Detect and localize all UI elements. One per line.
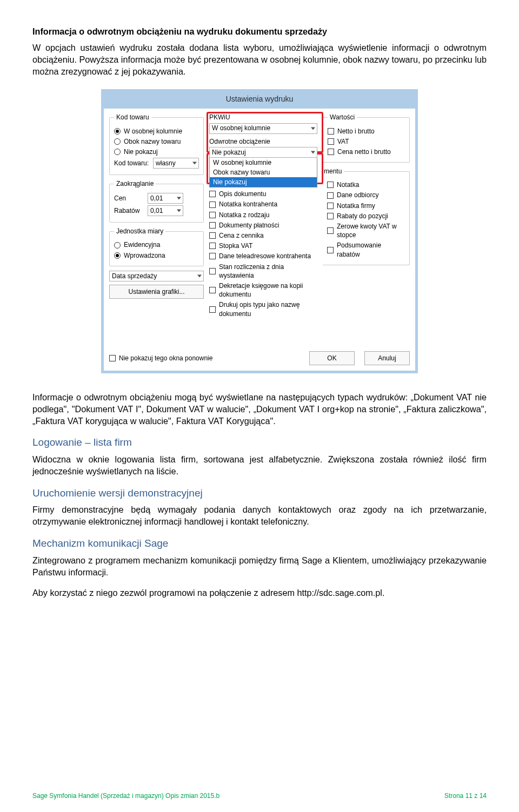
label: Cen (114, 194, 143, 203)
checkbox-option[interactable]: Stopka VAT (209, 241, 317, 250)
checkbox-option[interactable]: Dekretacje księgowe na kopii dokumentu (209, 281, 317, 299)
chevron-down-icon (177, 210, 181, 212)
footer-left: Sage Symfonia Handel (Sprzedaż i magazyn… (32, 791, 219, 800)
kod-towaru-select[interactable]: własny (153, 158, 199, 169)
chevron-down-icon (177, 197, 181, 200)
section-title: Informacja o odwrotnym obciążeniu na wyd… (32, 26, 487, 38)
odwrotne-obciazenie-select[interactable]: Nie pokazuj (209, 147, 317, 158)
legend: Wartości (328, 113, 357, 122)
radio-label: Wprowadzona (124, 251, 165, 260)
checkbox-label: Cena z cennika (219, 231, 264, 240)
radio-label: Obok nazwy towaru (124, 137, 181, 146)
radio-option[interactable]: Nie pokazuj (114, 147, 199, 156)
paragraph: Widoczna w oknie logowania lista firm, s… (32, 454, 487, 478)
checkbox-label: Podsumowanie rabatów (337, 241, 405, 258)
radio-option[interactable]: Ewidencyjna (114, 240, 199, 249)
checkbox-icon (327, 213, 334, 219)
checkbox-option[interactable]: Notatka (327, 180, 405, 189)
checkbox-option[interactable]: Notatka z rodzaju (209, 211, 317, 219)
checkbox-icon (209, 191, 216, 197)
paragraph: Informacje o odwrotnym obciążeniu mogą b… (32, 392, 487, 427)
checkbox-icon (209, 253, 216, 259)
checkbox-option[interactable]: Drukuj opis typu jako nazwę dokumentu (209, 300, 317, 318)
checkbox-option[interactable]: Cena z cennika (209, 231, 317, 240)
checkbox-icon (209, 212, 216, 218)
checkbox-label: Notatka z rodzaju (219, 211, 269, 219)
checkbox-option[interactable]: Dokumenty płatności (209, 221, 317, 230)
legend: Kod towaru (114, 113, 151, 122)
checkbox-label: Zerowe kwoty VAT w stopce (337, 222, 405, 239)
checkbox-option[interactable]: Dane odbiorcy (327, 191, 405, 199)
select-value: 0,01 (150, 194, 163, 203)
chevron-down-icon (192, 162, 197, 165)
radio-label: Ewidencyjna (124, 240, 160, 249)
radio-icon (114, 149, 121, 155)
radio-label: Nie pokazuj (124, 147, 158, 156)
checkbox-option[interactable]: Nie pokazuj tego okna ponownie (109, 354, 212, 363)
label: Odwrotne obciążenie (209, 137, 317, 146)
checkbox-icon (209, 268, 216, 274)
checkbox-option[interactable]: Notatka kontrahenta (209, 200, 317, 209)
label: PKWiU (209, 113, 317, 122)
legend: Jednostka miary (114, 227, 165, 236)
checkbox-option[interactable]: Zerowe kwoty VAT w stopce (327, 222, 405, 239)
data-sprzedazy-select[interactable]: Data sprzedaży (109, 271, 204, 281)
checkbox-icon (327, 182, 334, 188)
checkbox-option[interactable]: Notatka firmy (327, 202, 405, 210)
radio-label: W osobnej kolumnie (124, 127, 182, 136)
checkbox-label: Notatka firmy (337, 202, 375, 210)
checkbox-option[interactable]: Netto i brutto (328, 127, 405, 136)
checkbox-label: Dekretacje księgowe na kopii dokumentu (219, 281, 317, 299)
cen-select[interactable]: 0,01 (148, 193, 183, 204)
paragraph: Aby korzystać z niego zezwól programowi … (32, 587, 487, 599)
dropdown-list[interactable]: W osobnej kolumnie Obok nazwy towaru Nie… (209, 157, 317, 188)
checkbox-option[interactable]: Podsumowanie rabatów (327, 241, 405, 258)
checkbox-icon (209, 243, 216, 249)
dialog-title: Ustawienia wydruku (104, 92, 415, 109)
checkbox-option[interactable]: Cena netto i brutto (328, 147, 405, 156)
dropdown-option[interactable]: Nie pokazuj (210, 177, 317, 187)
cancel-button[interactable]: Anuluj (364, 351, 410, 365)
checkbox-label: Opis dokumentu (219, 190, 266, 198)
radio-option[interactable]: W osobnej kolumnie (114, 127, 199, 136)
paragraph: Zintegrowano z programem mechanizm komun… (32, 555, 487, 579)
checkbox-label: Rabaty do pozycji (337, 212, 388, 220)
radio-option[interactable]: Wprowadzona (114, 251, 199, 260)
print-settings-dialog: Ustawienia wydruku Kod towaru W osobnej … (101, 89, 418, 373)
checkbox-icon (209, 232, 216, 239)
checkbox-label: Drukuj opis typu jako nazwę dokumentu (219, 300, 317, 318)
rabatow-select[interactable]: 0,01 (148, 205, 183, 216)
checkbox-option[interactable]: Dane teleadresowe kontrahenta (209, 252, 317, 260)
pkwiu-select[interactable]: W osobnej kolumnie (209, 123, 317, 134)
checkbox-icon (327, 247, 334, 253)
radio-icon (114, 252, 121, 259)
chevron-down-icon (197, 274, 202, 277)
checkbox-option[interactable]: VAT (328, 137, 405, 146)
checkbox-label: VAT (337, 137, 349, 146)
checkbox-icon (209, 306, 216, 313)
paragraph: W opcjach ustawień wydruku została dodan… (32, 42, 487, 78)
ok-button[interactable]: OK (309, 351, 355, 365)
radio-icon (114, 242, 121, 249)
checkbox-label: Nie pokazuj tego okna ponownie (119, 354, 212, 363)
checkbox-icon (328, 138, 334, 145)
checkbox-option[interactable]: Rabaty do pozycji (327, 212, 405, 220)
checkbox-label: Dokumenty płatności (219, 221, 279, 230)
label: Kod towaru: (114, 159, 149, 167)
fieldset-jednostka: Jednostka miary Ewidencyjna Wprowadzona (109, 227, 204, 266)
dropdown-option[interactable]: W osobnej kolumnie (210, 158, 317, 167)
fieldset-zaokraglanie: Zaokrąglanie Cen0,01 Rabatów0,01 (109, 179, 204, 223)
radio-option[interactable]: Obok nazwy towaru (114, 137, 199, 146)
heading: Uruchomienie wersji demonstracyjnej (32, 486, 487, 500)
checkbox-option[interactable]: Stan rozliczenia z dnia wystawienia (209, 263, 317, 280)
checkbox-icon (109, 355, 116, 361)
checkbox-label: Dane odbiorcy (337, 191, 378, 199)
fieldset-wartosci: Wartości Netto i brutto VAT Cena netto i… (323, 113, 410, 163)
radio-icon (114, 128, 121, 135)
ustawienia-grafiki-button[interactable]: Ustawienia grafiki... (109, 285, 204, 299)
checkbox-icon (209, 222, 216, 229)
dropdown-option[interactable]: Obok nazwy towaru (210, 167, 317, 177)
label: Rabatów (114, 206, 143, 215)
checkbox-label: Stopka VAT (219, 241, 252, 250)
checkbox-option[interactable]: Opis dokumentu (209, 190, 317, 198)
